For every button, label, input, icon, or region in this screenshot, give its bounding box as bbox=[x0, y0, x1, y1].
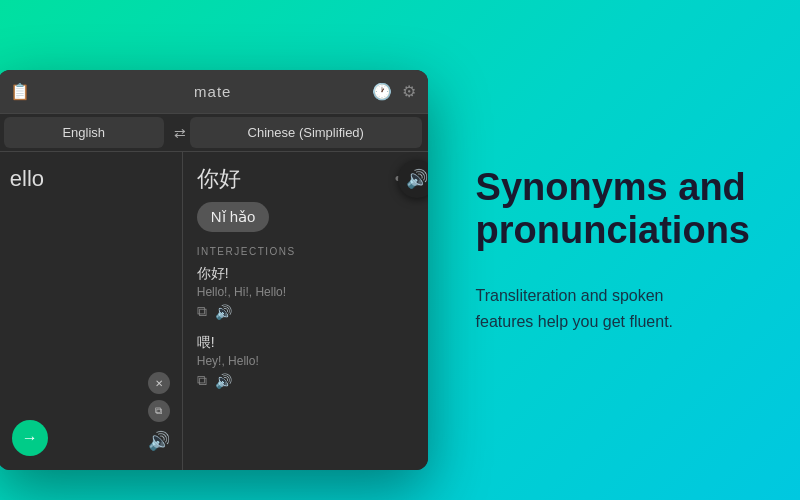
headline: Synonyms andpronunciations bbox=[476, 166, 750, 253]
speaker-left-icon[interactable]: 🔊 bbox=[148, 430, 170, 452]
clear-button[interactable]: ✕ bbox=[148, 372, 170, 394]
speaker-right-icon: 🔊 bbox=[406, 168, 428, 190]
input-actions: ✕ ⧉ bbox=[10, 372, 170, 422]
input-text[interactable]: ello bbox=[10, 166, 170, 372]
subtext-content: Transliteration and spokenfeatures help … bbox=[476, 287, 673, 330]
title-bar: 📋 mate 🕐 ⚙ bbox=[0, 70, 428, 114]
close-icon: ✕ bbox=[155, 378, 163, 389]
headline-text: Synonyms andpronunciations bbox=[476, 166, 750, 252]
go-button[interactable]: → bbox=[12, 420, 48, 456]
arrow-right-icon: → bbox=[22, 429, 38, 447]
synonym-actions-1: ⧉ 🔊 bbox=[197, 303, 414, 320]
source-language-button[interactable]: English bbox=[4, 117, 164, 148]
app-window: 📋 mate 🕐 ⚙ English ⇄ Chinese (Simplified… bbox=[0, 70, 428, 470]
synonym-english-1: Hello!, Hi!, Hello! bbox=[197, 285, 414, 299]
swap-languages-button[interactable]: ⇄ bbox=[170, 125, 190, 141]
language-bar: English ⇄ Chinese (Simplified) bbox=[0, 114, 428, 152]
synonym-item-1: 你好! Hello!, Hi!, Hello! ⧉ 🔊 bbox=[197, 265, 414, 320]
document-icon: 📋 bbox=[10, 83, 30, 100]
synonym-english-2: Hey!, Hello! bbox=[197, 354, 414, 368]
synonym-chinese-1: 你好! bbox=[197, 265, 414, 283]
speaker-right-button[interactable]: 🔊 bbox=[398, 160, 428, 198]
target-language-button[interactable]: Chinese (Simplified) bbox=[190, 117, 422, 148]
input-panel: ello ✕ ⧉ 🔊 → bbox=[0, 152, 183, 470]
app-title: mate bbox=[194, 83, 231, 100]
copy-synonym-2-button[interactable]: ⧉ bbox=[197, 372, 207, 389]
copy-icon: ⧉ bbox=[155, 405, 162, 417]
speak-synonym-1-button[interactable]: 🔊 bbox=[215, 304, 232, 320]
section-label: INTERJECTIONS bbox=[197, 246, 414, 257]
right-area: Synonyms andpronunciations Transliterati… bbox=[446, 126, 800, 375]
pinyin-badge: Nǐ hǎo bbox=[197, 202, 270, 232]
copy-synonym-1-button[interactable]: ⧉ bbox=[197, 303, 207, 320]
title-bar-left: 📋 bbox=[10, 82, 30, 101]
translation-panel: 你好 ••• 🔊 Nǐ hǎo INTERJECTIONS 你好! Hello!… bbox=[183, 152, 428, 470]
subtext: Transliteration and spokenfeatures help … bbox=[476, 283, 750, 334]
history-icon[interactable]: 🕐 bbox=[372, 82, 392, 101]
synonym-actions-2: ⧉ 🔊 bbox=[197, 372, 414, 389]
content-area: ello ✕ ⧉ 🔊 → 你好 ••• bbox=[0, 152, 428, 470]
settings-icon[interactable]: ⚙ bbox=[402, 82, 416, 101]
left-area: 📋 mate 🕐 ⚙ English ⇄ Chinese (Simplified… bbox=[0, 0, 446, 500]
synonym-item-2: 喂! Hey!, Hello! ⧉ 🔊 bbox=[197, 334, 414, 389]
title-bar-icons: 🕐 ⚙ bbox=[372, 82, 416, 101]
translation-header: 你好 ••• 🔊 bbox=[197, 164, 414, 194]
translated-text: 你好 bbox=[197, 164, 241, 194]
synonym-chinese-2: 喂! bbox=[197, 334, 414, 352]
speak-synonym-2-button[interactable]: 🔊 bbox=[215, 373, 232, 389]
copy-button[interactable]: ⧉ bbox=[148, 400, 170, 422]
